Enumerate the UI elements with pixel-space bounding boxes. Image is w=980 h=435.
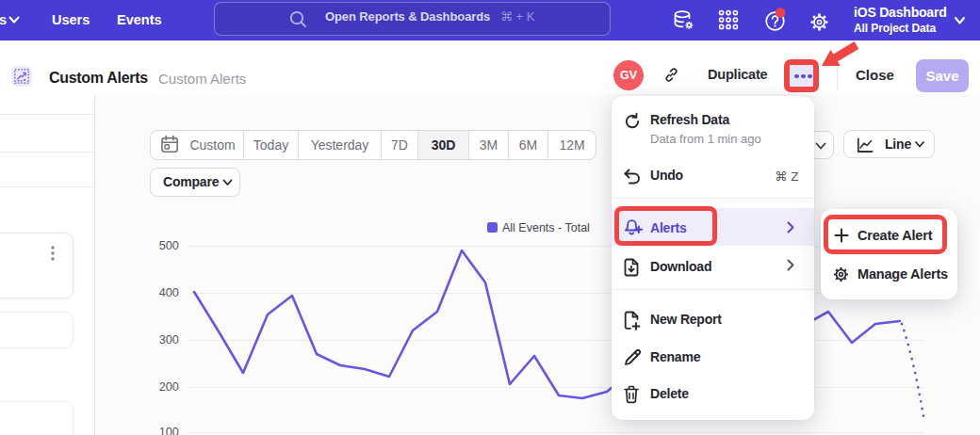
svg-text:400: 400 [159,285,179,299]
svg-text:All Events - Total: All Events - Total [502,221,590,234]
svg-text:200: 200 [159,379,179,394]
svg-text:300: 300 [159,332,179,346]
svg-text:500: 500 [159,238,179,252]
svg-text:100: 100 [159,425,179,435]
